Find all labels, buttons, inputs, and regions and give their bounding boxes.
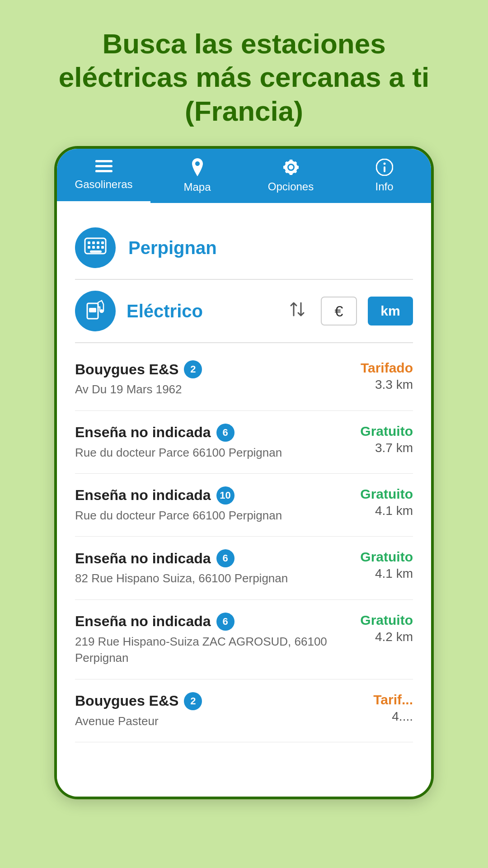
sort-icon[interactable]	[288, 300, 306, 322]
fuel-type-button[interactable]	[75, 291, 116, 331]
location-row: Perpignan	[75, 217, 413, 279]
nav-bar: Gasolineras Mapa Opciones	[57, 149, 431, 203]
station-name-row: Enseña no indicada 6	[75, 424, 332, 442]
unit-label: km	[380, 303, 400, 319]
station-badge: 10	[216, 486, 235, 505]
location-name: Perpignan	[128, 238, 217, 258]
station-item[interactable]: Bouygues E&S 2 Av Du 19 Mars 1962 Tarifa…	[75, 348, 413, 410]
station-price-label: Gratuito	[360, 424, 413, 439]
station-badge: 2	[184, 692, 202, 710]
station-distance: 3.3 km	[375, 377, 413, 392]
nav-item-info[interactable]: Info	[338, 149, 431, 203]
station-info: Enseña no indicada 6 219 Rue Hispano-Sui…	[75, 613, 341, 666]
svg-point-21	[100, 309, 103, 312]
station-price-label: Tarifado	[361, 360, 413, 376]
svg-rect-4	[95, 165, 100, 167]
station-name: Enseña no indicada	[75, 550, 211, 567]
station-distance: 3.7 km	[375, 441, 413, 455]
content-area: Perpignan Eléctrico	[57, 203, 431, 797]
svg-rect-11	[92, 241, 95, 244]
currency-symbol: €	[335, 302, 343, 320]
station-name: Bouygues E&S	[75, 361, 178, 378]
info-icon	[376, 159, 393, 179]
nav-label-gasolineras: Gasolineras	[75, 178, 132, 191]
phone-frame: Gasolineras Mapa Opciones	[54, 146, 434, 799]
station-name-row: Enseña no indicada 10	[75, 486, 332, 505]
station-pricing: Gratuito 4.1 km	[341, 486, 413, 518]
fuel-icon	[85, 298, 105, 324]
svg-rect-20	[89, 308, 96, 312]
nav-label-info: Info	[375, 180, 393, 193]
station-item[interactable]: Enseña no indicada 10 Rue du docteur Par…	[75, 474, 413, 537]
station-name-row: Enseña no indicada 6	[75, 613, 332, 631]
station-item[interactable]: Enseña no indicada 6 82 Rue Hispano Suiz…	[75, 537, 413, 599]
station-name-row: Enseña no indicada 6	[75, 549, 332, 567]
station-item[interactable]: Enseña no indicada 6 Rue du docteur Parc…	[75, 411, 413, 474]
svg-rect-10	[88, 241, 90, 244]
svg-rect-13	[101, 241, 104, 244]
station-info: Bouygues E&S 2 Avenue Pasteur	[75, 692, 341, 729]
station-info: Enseña no indicada 10 Rue du docteur Par…	[75, 486, 341, 524]
svg-rect-5	[95, 170, 100, 172]
station-list: Bouygues E&S 2 Av Du 19 Mars 1962 Tarifa…	[75, 348, 413, 742]
station-name: Enseña no indicada	[75, 424, 211, 441]
station-pricing: Tarifado 3.3 km	[341, 360, 413, 392]
nav-item-mapa[interactable]: Mapa	[150, 149, 244, 203]
svg-point-8	[383, 163, 385, 165]
svg-rect-17	[101, 246, 104, 249]
station-pricing: Gratuito 4.2 km	[341, 613, 413, 644]
station-item[interactable]: Bouygues E&S 2 Avenue Pasteur Tarif... 4…	[75, 679, 413, 742]
page-title: Busca las estaciones eléctricas más cerc…	[23, 18, 465, 146]
station-badge: 6	[216, 549, 235, 567]
nav-label-opciones: Opciones	[268, 180, 314, 193]
gear-icon	[282, 159, 300, 179]
fuel-type-label: Eléctrico	[127, 301, 277, 321]
location-button[interactable]	[75, 227, 116, 268]
station-distance: 4.1 km	[375, 504, 413, 518]
station-pricing: Gratuito 3.7 km	[341, 424, 413, 455]
station-info: Bouygues E&S 2 Av Du 19 Mars 1962	[75, 360, 341, 397]
svg-rect-14	[88, 246, 90, 249]
station-address: 82 Rue Hispano Suiza, 66100 Perpignan	[75, 570, 332, 586]
divider-2	[75, 342, 413, 343]
station-price-label: Tarif...	[373, 692, 413, 708]
svg-rect-7	[384, 166, 385, 172]
svg-rect-18	[90, 250, 102, 253]
station-name: Enseña no indicada	[75, 487, 211, 504]
station-badge: 2	[184, 360, 202, 378]
nav-label-mapa: Mapa	[183, 181, 211, 193]
station-name-row: Bouygues E&S 2	[75, 360, 332, 378]
currency-box[interactable]: €	[321, 297, 357, 326]
svg-rect-12	[97, 241, 99, 244]
station-name: Bouygues E&S	[75, 693, 178, 709]
station-badge: 6	[216, 613, 235, 631]
nav-item-opciones[interactable]: Opciones	[244, 149, 338, 203]
station-distance: 4.1 km	[375, 566, 413, 581]
keyboard-icon	[84, 236, 107, 259]
nav-item-gasolineras[interactable]: Gasolineras	[57, 149, 150, 203]
station-address: 219 Rue Hispano-Suiza ZAC AGROSUD, 66100…	[75, 633, 332, 666]
station-price-label: Gratuito	[360, 549, 413, 565]
station-badge: 6	[216, 424, 235, 442]
station-pricing: Tarif... 4....	[341, 692, 413, 724]
svg-rect-16	[97, 246, 99, 249]
station-name: Enseña no indicada	[75, 613, 211, 630]
list-icon	[95, 159, 113, 176]
station-price-label: Gratuito	[360, 613, 413, 628]
station-pricing: Gratuito 4.1 km	[341, 549, 413, 581]
station-item[interactable]: Enseña no indicada 6 219 Rue Hispano-Sui…	[75, 600, 413, 679]
svg-rect-3	[95, 160, 100, 162]
station-address: Rue du docteur Parce 66100 Perpignan	[75, 444, 332, 461]
station-address: Rue du docteur Parce 66100 Perpignan	[75, 507, 332, 524]
station-info: Enseña no indicada 6 Rue du docteur Parc…	[75, 424, 341, 461]
svg-rect-15	[92, 246, 95, 249]
map-pin-icon	[190, 158, 205, 179]
station-address: Avenue Pasteur	[75, 713, 332, 729]
station-info: Enseña no indicada 6 82 Rue Hispano Suiz…	[75, 549, 341, 586]
station-price-label: Gratuito	[360, 486, 413, 502]
unit-box[interactable]: km	[368, 297, 413, 326]
station-address: Av Du 19 Mars 1962	[75, 381, 332, 397]
station-distance: 4....	[392, 709, 413, 724]
station-name-row: Bouygues E&S 2	[75, 692, 332, 710]
filter-row: Eléctrico € km	[75, 280, 413, 342]
